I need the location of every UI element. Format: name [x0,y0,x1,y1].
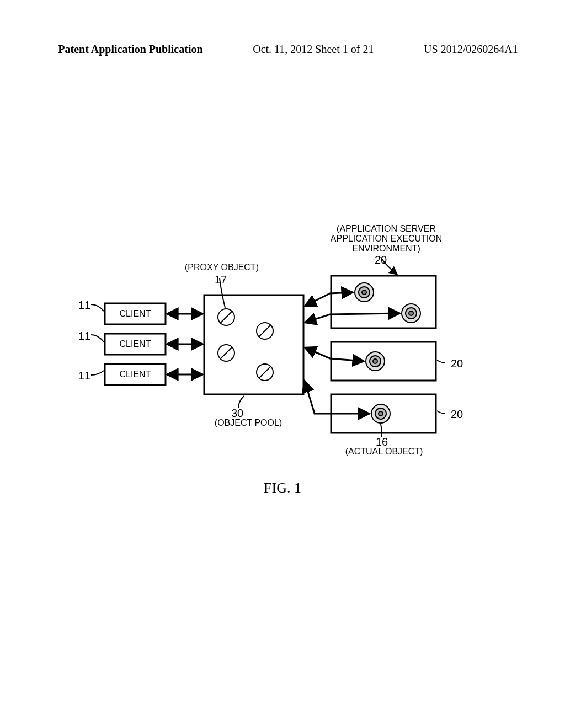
label-app-server: (APPLICATION SERVER APPLICATION EXECUTIO… [315,224,458,254]
label-proxy-object: (PROXY OBJECT) [178,263,266,272]
svg-rect-4 [204,295,303,394]
ref-17: 17 [210,274,232,286]
ref-11-c: 11 [76,370,93,382]
figure-caption: FIG. 1 [0,480,565,496]
label-app-server-l2: APPLICATION EXECUTION [315,234,458,244]
svg-point-21 [409,311,413,315]
label-app-server-l3: ENVIRONMENT) [315,244,458,254]
ref-20-bot: 20 [446,408,468,421]
label-object-pool: (OBJECT POOL) [204,418,292,428]
header-right: US 2012/0260264A1 [424,43,540,56]
svg-point-18 [362,290,366,295]
client-label-c: CLIENT [110,370,160,379]
ref-20-top: 20 [370,254,392,266]
client-label-b: CLIENT [110,339,160,349]
page-header: Patent Application Publication Oct. 11, … [0,43,565,56]
label-actual-object: (ACTUAL OBJECT) [329,447,439,457]
patent-page: Patent Application Publication Oct. 11, … [0,0,565,728]
svg-point-27 [379,411,383,416]
svg-point-24 [373,359,377,363]
svg-rect-13 [331,276,436,328]
ref-20-mid: 20 [446,357,468,370]
figure-1-diagram: (APPLICATION SERVER APPLICATION EXECUTIO… [0,176,565,563]
ref-11-a: 11 [76,299,93,312]
label-app-server-l1: (APPLICATION SERVER [315,224,458,234]
header-left: Patent Application Publication [25,43,202,56]
ref-11-b: 11 [76,330,93,342]
header-mid: Oct. 11, 2012 Sheet 1 of 21 [253,43,374,56]
client-label-a: CLIENT [110,309,160,319]
